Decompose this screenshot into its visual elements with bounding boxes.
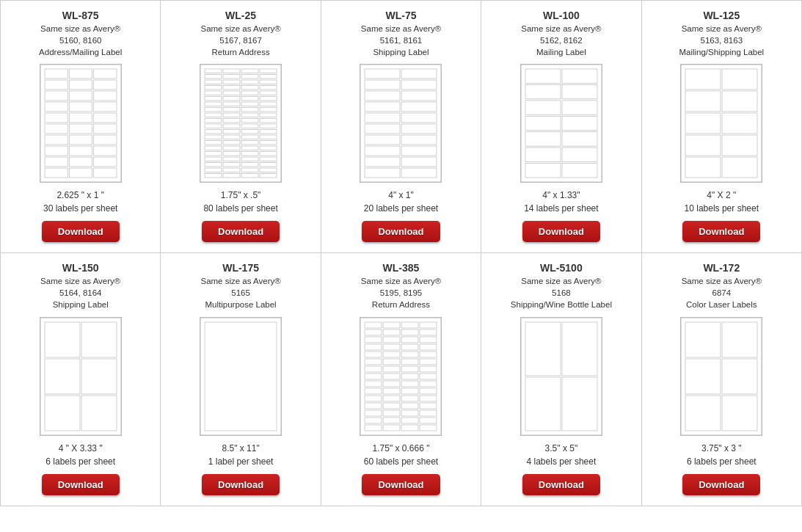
card-size: 4 " X 3.33 " <box>59 443 103 453</box>
svg-rect-212 <box>420 396 437 401</box>
svg-rect-189 <box>365 359 382 365</box>
download-button[interactable]: Download <box>362 474 440 495</box>
card-subtitle: Same size as Avery®6874Color Laser Label… <box>682 275 762 310</box>
download-button[interactable]: Download <box>682 474 760 495</box>
card-size: 1.75" x .5" <box>221 190 261 200</box>
svg-rect-27 <box>93 157 116 167</box>
svg-rect-120 <box>401 102 437 112</box>
svg-rect-44 <box>205 86 222 90</box>
card-subtitle: Same size as Avery®5162, 8162Mailing Lab… <box>521 23 601 58</box>
label-card-wl-5100: WL-5100 Same size as Avery®5168Shipping/… <box>481 253 641 506</box>
svg-rect-48 <box>205 91 222 95</box>
svg-rect-198 <box>383 374 400 379</box>
label-preview <box>680 64 762 183</box>
card-subtitle: Same size as Avery®5167, 8167Return Addr… <box>200 23 280 58</box>
svg-rect-113 <box>365 69 400 79</box>
svg-rect-2 <box>69 69 92 79</box>
svg-rect-46 <box>241 86 258 90</box>
download-button[interactable]: Download <box>42 474 120 495</box>
card-subtitle: Same size as Avery®5161, 8161Shipping La… <box>361 23 441 58</box>
download-button[interactable]: Download <box>522 221 600 242</box>
card-count: 60 labels per sheet <box>364 456 438 467</box>
svg-rect-89 <box>223 146 240 150</box>
svg-rect-125 <box>365 135 400 145</box>
svg-rect-114 <box>401 69 437 79</box>
card-size: 1.75" x 0.666 " <box>373 443 430 453</box>
card-title: WL-75 <box>385 10 416 21</box>
card-title: WL-100 <box>543 10 580 21</box>
svg-rect-167 <box>205 322 277 431</box>
svg-rect-13 <box>45 113 68 123</box>
card-size: 3.5" x 5" <box>545 443 578 453</box>
download-button[interactable]: Download <box>42 221 120 242</box>
svg-rect-197 <box>365 374 382 379</box>
svg-rect-59 <box>260 102 277 106</box>
label-preview <box>200 317 282 436</box>
svg-rect-138 <box>525 101 561 114</box>
svg-rect-87 <box>260 141 277 145</box>
svg-rect-235 <box>685 322 721 357</box>
svg-rect-231 <box>562 322 597 376</box>
svg-rect-130 <box>401 157 437 167</box>
label-preview <box>200 64 282 183</box>
svg-rect-132 <box>401 168 437 178</box>
svg-rect-10 <box>45 102 68 112</box>
svg-rect-183 <box>401 344 418 350</box>
svg-rect-184 <box>420 344 437 350</box>
svg-rect-174 <box>383 329 400 335</box>
svg-rect-157 <box>685 157 721 178</box>
svg-rect-108 <box>205 174 222 178</box>
svg-rect-117 <box>365 91 400 101</box>
svg-rect-222 <box>383 418 400 423</box>
svg-rect-214 <box>383 403 400 409</box>
card-subtitle: Same size as Avery®5160, 8160Address/Mai… <box>39 23 122 58</box>
label-card-wl-875: WL-875 Same size as Avery®5160, 8160Addr… <box>1 1 161 253</box>
label-card-wl-125: WL-125 Same size as Avery®5163, 8163Mail… <box>642 1 802 253</box>
svg-rect-62 <box>241 108 258 112</box>
svg-rect-15 <box>93 113 116 123</box>
svg-rect-178 <box>383 337 400 343</box>
svg-rect-127 <box>365 146 400 156</box>
card-size: 3.75" x 3 " <box>701 443 742 453</box>
download-button[interactable]: Download <box>202 221 280 242</box>
label-card-wl-100: WL-100 Same size as Avery®5162, 8162Mail… <box>481 1 641 253</box>
svg-rect-190 <box>383 359 400 365</box>
card-title: WL-25 <box>225 10 256 21</box>
svg-rect-240 <box>722 396 757 431</box>
svg-rect-210 <box>383 396 400 401</box>
svg-rect-237 <box>685 359 721 394</box>
svg-rect-221 <box>365 418 382 423</box>
card-count: 30 labels per sheet <box>43 203 117 214</box>
svg-rect-238 <box>722 359 757 394</box>
svg-rect-103 <box>260 163 277 167</box>
svg-rect-57 <box>223 102 240 106</box>
download-button[interactable]: Download <box>682 221 760 242</box>
download-button[interactable]: Download <box>202 474 280 495</box>
svg-rect-97 <box>223 157 240 161</box>
card-count: 14 labels per sheet <box>524 203 598 214</box>
label-preview <box>40 64 122 183</box>
svg-rect-204 <box>420 381 437 387</box>
svg-rect-3 <box>93 69 116 79</box>
svg-rect-172 <box>420 322 437 328</box>
card-subtitle: Same size as Avery®5165Multipurpose Labe… <box>200 275 280 310</box>
svg-rect-171 <box>401 322 418 328</box>
svg-rect-25 <box>45 157 68 167</box>
svg-rect-16 <box>45 124 68 134</box>
svg-rect-215 <box>401 403 418 409</box>
svg-rect-60 <box>205 108 222 112</box>
download-button[interactable]: Download <box>522 474 600 495</box>
svg-rect-218 <box>383 410 400 416</box>
download-button[interactable]: Download <box>362 221 440 242</box>
card-subtitle: Same size as Avery®5168Shipping/Wine Bot… <box>511 275 612 310</box>
svg-rect-49 <box>223 91 240 95</box>
svg-rect-1 <box>45 69 68 79</box>
svg-rect-61 <box>223 108 240 112</box>
svg-rect-84 <box>205 141 222 145</box>
svg-rect-131 <box>365 168 400 178</box>
label-preview <box>680 317 762 436</box>
svg-rect-227 <box>401 425 418 431</box>
svg-rect-110 <box>241 174 258 178</box>
svg-rect-202 <box>383 381 400 387</box>
svg-rect-223 <box>401 418 418 423</box>
